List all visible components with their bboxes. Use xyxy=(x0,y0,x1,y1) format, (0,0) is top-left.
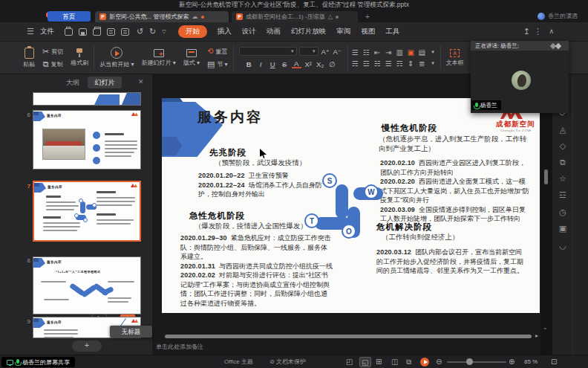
zoom-slider-knob[interactable] xyxy=(466,358,473,365)
presenter-view-icon[interactable]: ⧉ xyxy=(406,358,411,367)
decrease-font-icon[interactable]: A⁻ xyxy=(333,48,342,56)
slide-thumbnail-7-selected[interactable]: 服务内容 xyxy=(33,181,141,242)
fit-slide-icon[interactable]: ⊡ xyxy=(551,358,557,366)
numbered-list-icon[interactable]: ☷ xyxy=(363,48,370,57)
align-center-icon[interactable]: ☲ xyxy=(363,59,370,68)
zoom-slider-track[interactable] xyxy=(447,361,506,363)
subscript-icon[interactable]: X₂ xyxy=(316,60,325,68)
document-tab-active[interactable]: P 新空间-公共危... 管理模式探索 ☁ xyxy=(95,11,229,22)
zoom-percentage[interactable]: 85 % xyxy=(524,355,538,368)
file-menu[interactable]: 文件 xyxy=(40,27,54,36)
reading-view-icon[interactable]: ◫ xyxy=(391,358,398,366)
close-panel-icon[interactable]: ✕ xyxy=(138,78,144,85)
copy-button[interactable]: ⧉复制 xyxy=(43,59,63,70)
plugin-icon[interactable]: ◇ xyxy=(558,141,568,151)
video-call-overlay[interactable]: 正在讲话: 杨香兰; 杨香兰 xyxy=(471,41,569,113)
normal-view-icon[interactable]: ◱ xyxy=(359,357,371,367)
text-highlight-icon[interactable]: ▣ xyxy=(407,48,414,57)
zoom-out-icon[interactable]: ⊖ xyxy=(436,358,442,366)
image-library-icon[interactable]: ▣ xyxy=(558,224,568,233)
tab-home[interactable]: 开始 xyxy=(178,25,207,38)
new-slide-footer-button[interactable]: + xyxy=(72,340,102,352)
scroll-right-icon[interactable]: ▸ xyxy=(535,332,538,339)
slide-editor[interactable]: 服务内容 成都新空间 Chengdu Xin ZONE 先兆阶段 （预警阶段，武… xyxy=(162,98,540,313)
tab-view[interactable]: 视图 xyxy=(361,27,375,36)
spacing-dropdown-icon[interactable]: ▾ xyxy=(431,60,434,66)
paragraph-dropdown-icon[interactable]: ▾ xyxy=(431,49,434,55)
protection-status[interactable]: ⊘ 文档未保护 xyxy=(270,355,306,368)
undo-icon[interactable]: ↺ xyxy=(137,28,143,36)
theme-label[interactable]: Office 主题 xyxy=(224,355,253,368)
tab-animation[interactable]: 动画 xyxy=(267,27,281,36)
slide-thumbnail-6[interactable]: 服务内容 xyxy=(33,110,141,170)
open-file-icon[interactable] xyxy=(65,28,73,36)
superscript-icon[interactable]: X² xyxy=(304,60,313,68)
new-slide-button[interactable]: 新建幻灯片 ▾ xyxy=(137,42,179,74)
paste-button[interactable]: 粘贴 xyxy=(19,42,39,74)
increase-indent-icon[interactable]: ⇥ xyxy=(385,48,391,57)
favorites-icon[interactable]: ☆ xyxy=(558,174,568,184)
justify-icon[interactable]: ☰ xyxy=(385,59,392,68)
font-color-button[interactable]: A xyxy=(292,60,301,68)
preview-icon[interactable] xyxy=(121,28,129,36)
screen-share-indicator[interactable]: 杨香兰的屏幕共享 xyxy=(1,357,75,367)
slideshow-play-button[interactable] xyxy=(420,358,429,367)
save-icon[interactable] xyxy=(79,28,87,36)
play-from-current-button[interactable]: 从当前开始 ▾ xyxy=(96,42,137,74)
home-tab[interactable]: 首页 xyxy=(48,11,91,22)
share-icon[interactable]: ↥ xyxy=(523,28,530,36)
settings-sliders-icon[interactable]: ☲ xyxy=(558,190,568,200)
new-tab-button[interactable]: + xyxy=(362,12,373,22)
tab-insert[interactable]: 插入 xyxy=(218,27,232,36)
increase-font-icon[interactable]: A⁺ xyxy=(321,48,330,56)
clear-format-icon[interactable]: ∅ xyxy=(327,60,337,68)
layout-button[interactable]: 版式 ▾ xyxy=(180,42,203,74)
align-right-icon[interactable]: ☵ xyxy=(374,59,381,68)
notes-placeholder[interactable]: 单击此处添加备注 xyxy=(156,343,203,351)
format-painter-button[interactable]: 格式刷 xyxy=(67,42,92,74)
align-left-icon[interactable]: ☴ xyxy=(352,59,359,68)
columns-icon[interactable]: ▤ xyxy=(418,48,425,57)
italic-button[interactable]: I xyxy=(256,60,266,68)
bullet-list-icon[interactable]: ☰ xyxy=(352,48,359,57)
text-direction-icon[interactable]: ▥ xyxy=(396,48,402,57)
strikethrough-button[interactable]: S xyxy=(280,60,290,68)
scroll-down-icon[interactable]: ⌄ xyxy=(543,324,548,331)
history-icon[interactable]: ◷ xyxy=(558,207,568,217)
slide-thumbnail-5-partial[interactable] xyxy=(33,92,141,106)
autosave-dropdown-icon[interactable]: ▽ xyxy=(162,29,166,34)
font-size-combobox[interactable]: ▾ xyxy=(299,47,318,56)
collapse-ribbon-icon[interactable]: ∧ xyxy=(549,28,554,35)
tab-tools[interactable]: 工具 xyxy=(385,27,399,36)
windows-icon[interactable]: ⧉ xyxy=(558,158,568,167)
cut-button[interactable]: ✂剪切 xyxy=(42,46,63,57)
section-button[interactable]: ▤节 ▾ xyxy=(207,59,228,70)
horizontal-scrollbar[interactable] xyxy=(165,335,532,338)
vertical-scrollbar[interactable] xyxy=(544,170,548,184)
distribute-icon[interactable]: ☶ xyxy=(396,59,403,68)
spacing-before-icon[interactable]: ≣ xyxy=(419,59,425,68)
hamburger-menu-icon[interactable]: ☰ xyxy=(27,28,34,36)
notes-toggle-icon[interactable]: ◰ xyxy=(346,358,353,366)
font-name-combobox[interactable]: ▾ xyxy=(239,47,297,56)
more-tools-icon[interactable]: ◡ xyxy=(558,241,568,251)
print-icon[interactable] xyxy=(93,28,101,36)
tab-review[interactable]: 审阅 xyxy=(336,27,350,36)
document-tab-inactive[interactable]: P 成都新空间社会工...1) -压缩版 △ xyxy=(232,11,358,22)
account-chip[interactable]: 香兰的潇洒 xyxy=(538,12,578,20)
tab-outline[interactable]: 大纲 xyxy=(59,77,86,88)
underline-button[interactable]: U xyxy=(268,60,278,68)
line-spacing-icon[interactable]: ⇕ xyxy=(408,59,414,68)
zoom-in-icon[interactable]: ⊕ xyxy=(509,358,514,366)
resource-icon[interactable]: ◬ xyxy=(558,125,568,135)
more-options-icon[interactable]: ⋮ xyxy=(534,28,542,36)
slide-sorter-icon[interactable]: ⊞ xyxy=(376,358,382,366)
reset-button[interactable]: ⟲重置 xyxy=(207,46,227,57)
tab-design[interactable]: 设计 xyxy=(242,27,256,36)
decrease-indent-icon[interactable]: ⇤ xyxy=(374,48,380,57)
tab-slideshow[interactable]: 幻灯片放映 xyxy=(291,27,327,36)
redo-icon[interactable]: ↻ xyxy=(149,28,156,36)
tab-slides[interactable]: 幻灯片 xyxy=(88,77,122,88)
bold-button[interactable]: B xyxy=(244,60,254,68)
export-icon[interactable] xyxy=(107,28,115,36)
